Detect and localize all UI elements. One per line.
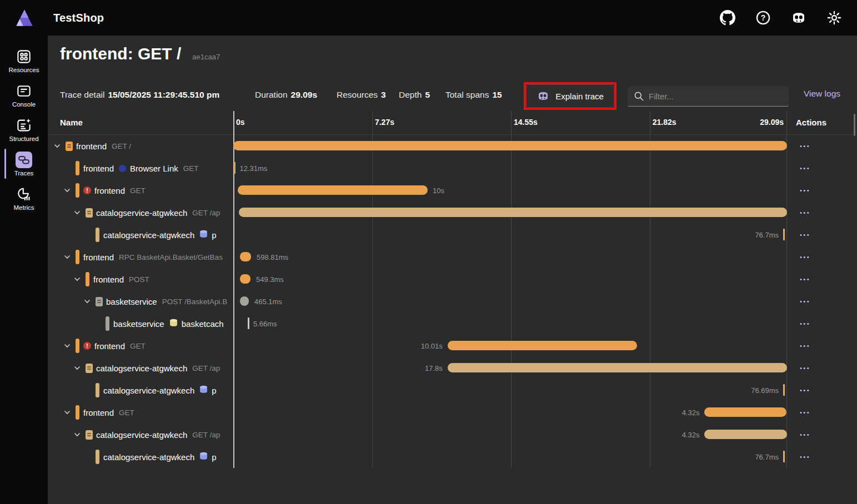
- time-tick-label: 14.55s: [514, 118, 538, 127]
- table-row: frontendRPC BasketApi.Basket/GetBas598.8…: [48, 246, 857, 268]
- view-logs-link[interactable]: View logs: [804, 89, 840, 99]
- span-duration-bar[interactable]: [233, 141, 787, 150]
- span-resource-name: catalogservice-atgwkech: [96, 430, 187, 440]
- help-icon[interactable]: ?: [755, 9, 771, 26]
- span-name-cell[interactable]: basketservicebasketcach: [48, 313, 233, 335]
- span-name-cell[interactable]: frontendGET /: [48, 135, 233, 157]
- chevron-down-icon[interactable]: [73, 430, 82, 439]
- chevron-down-icon[interactable]: [73, 275, 82, 284]
- time-tick-label: 7.27s: [375, 118, 394, 127]
- span-name-cell[interactable]: frontendBrowser LinkGET: [48, 157, 233, 179]
- span-name-cell[interactable]: frontendPOST: [48, 268, 233, 290]
- span-kind-bar-icon: [96, 228, 99, 242]
- span-name-cell[interactable]: !frontendGET: [48, 179, 233, 201]
- row-actions-button[interactable]: •••: [796, 385, 814, 396]
- span-waterfall-cell: 12.31ms: [233, 157, 787, 179]
- span-duration-bar[interactable]: [704, 430, 787, 439]
- span-operation: RPC BasketApi.Basket/GetBas: [119, 253, 223, 261]
- span-name-cell[interactable]: !frontendGET: [48, 335, 233, 357]
- row-actions-button[interactable]: •••: [796, 163, 814, 174]
- table-row: frontendGET /•••: [48, 135, 857, 157]
- span-db-target: p: [212, 230, 216, 240]
- span-duration-bar[interactable]: [783, 384, 785, 396]
- chevron-down-icon[interactable]: [63, 253, 72, 261]
- sidebar-item-structured[interactable]: Structured: [0, 112, 48, 147]
- span-name-cell[interactable]: basketservicePOST /BasketApi.B: [48, 290, 233, 313]
- chevron-down-icon[interactable]: [63, 186, 72, 195]
- row-actions-button[interactable]: •••: [796, 362, 814, 374]
- database-icon-yellow: [169, 319, 178, 329]
- span-duration-bar[interactable]: [704, 407, 786, 417]
- row-actions-button[interactable]: •••: [796, 340, 814, 351]
- service-container-icon: [96, 297, 103, 306]
- span-duration-bar[interactable]: [240, 252, 251, 261]
- span-operation: GET: [119, 409, 134, 417]
- copilot-icon[interactable]: [790, 9, 807, 26]
- span-name-cell[interactable]: catalogservice-atgwkechGET /ap: [48, 424, 233, 446]
- span-name-cell[interactable]: frontendRPC BasketApi.Basket/GetBas: [48, 246, 233, 268]
- span-name-cell[interactable]: catalogservice-atgwkechGET /ap: [48, 201, 233, 224]
- span-operation: GET /: [112, 142, 131, 150]
- span-name-cell[interactable]: catalogservice-atgwkechp: [48, 379, 233, 401]
- span-duration-bar[interactable]: [239, 208, 787, 217]
- github-icon[interactable]: [719, 9, 736, 26]
- span-waterfall-cell: 5.66ms: [233, 313, 787, 335]
- chevron-spacer: [83, 452, 92, 461]
- span-duration-bar[interactable]: [448, 363, 787, 372]
- span-duration-bar[interactable]: [248, 317, 249, 329]
- scrollbar[interactable]: [854, 114, 855, 136]
- filter-input[interactable]: [628, 86, 789, 107]
- row-actions-button[interactable]: •••: [796, 251, 814, 263]
- copilot-icon: [537, 89, 550, 103]
- row-actions-button[interactable]: •••: [796, 318, 814, 329]
- row-actions-button[interactable]: •••: [796, 229, 814, 240]
- row-actions-button[interactable]: •••: [796, 451, 814, 462]
- chevron-down-icon[interactable]: [63, 341, 72, 350]
- chevron-down-icon[interactable]: [63, 408, 72, 417]
- span-waterfall-cell: 10s: [233, 179, 787, 201]
- chevron-down-icon[interactable]: [83, 297, 92, 306]
- span-duration-bar[interactable]: [234, 162, 235, 174]
- span-kind-bar-icon: [106, 316, 109, 331]
- sidebar-item-traces[interactable]: Traces: [0, 147, 48, 181]
- span-operation: GET /ap: [192, 431, 220, 439]
- span-name-cell[interactable]: catalogservice-atgwkechp: [48, 446, 233, 468]
- chevron-down-icon[interactable]: [73, 364, 82, 372]
- row-actions-button[interactable]: •••: [796, 274, 814, 285]
- span-resource-name: frontend: [94, 186, 125, 195]
- span-duration-bar[interactable]: [783, 229, 785, 240]
- row-actions-button[interactable]: •••: [796, 207, 814, 218]
- sidebar-item-metrics[interactable]: Metrics: [0, 181, 48, 215]
- row-actions-button[interactable]: •••: [796, 296, 814, 307]
- row-actions-button[interactable]: •••: [796, 429, 814, 440]
- span-name-cell[interactable]: catalogservice-atgwkechGET /ap: [48, 357, 233, 379]
- table-row: !frontendGET10s•••: [48, 179, 857, 201]
- span-name-cell[interactable]: catalogservice-atgwkechp: [48, 224, 233, 246]
- sidebar: Resources Console Structured Traces Metr…: [0, 36, 48, 504]
- sidebar-item-resources[interactable]: Resources: [0, 43, 48, 78]
- row-actions-button[interactable]: •••: [796, 140, 814, 152]
- chevron-down-icon[interactable]: [53, 142, 62, 150]
- settings-icon[interactable]: [826, 9, 843, 26]
- chevron-down-icon[interactable]: [73, 208, 82, 217]
- span-duration-label: 12.31ms: [239, 164, 267, 173]
- span-resource-name: basketservice: [113, 319, 164, 329]
- error-icon: !: [83, 187, 91, 194]
- span-duration-bar[interactable]: [448, 341, 637, 350]
- page-title: frontend: GET /: [60, 44, 181, 63]
- explain-trace-button[interactable]: Explain trace: [526, 84, 614, 108]
- span-duration-bar[interactable]: [240, 274, 250, 284]
- sidebar-item-console[interactable]: Console: [0, 78, 48, 112]
- span-db-target: basketcach: [182, 319, 224, 329]
- time-tick-label: 0s: [236, 118, 245, 127]
- search-icon: [633, 90, 644, 102]
- span-duration-bar[interactable]: [240, 296, 249, 306]
- span-name-cell[interactable]: frontendGET: [48, 401, 233, 424]
- span-duration-bar[interactable]: [238, 185, 428, 195]
- span-resource-name: frontend: [94, 341, 125, 351]
- chevron-spacer: [83, 386, 92, 395]
- span-kind-bar-icon: [76, 250, 79, 264]
- row-actions-button[interactable]: •••: [796, 185, 814, 196]
- row-actions-button[interactable]: •••: [796, 407, 814, 418]
- span-duration-bar[interactable]: [783, 451, 785, 462]
